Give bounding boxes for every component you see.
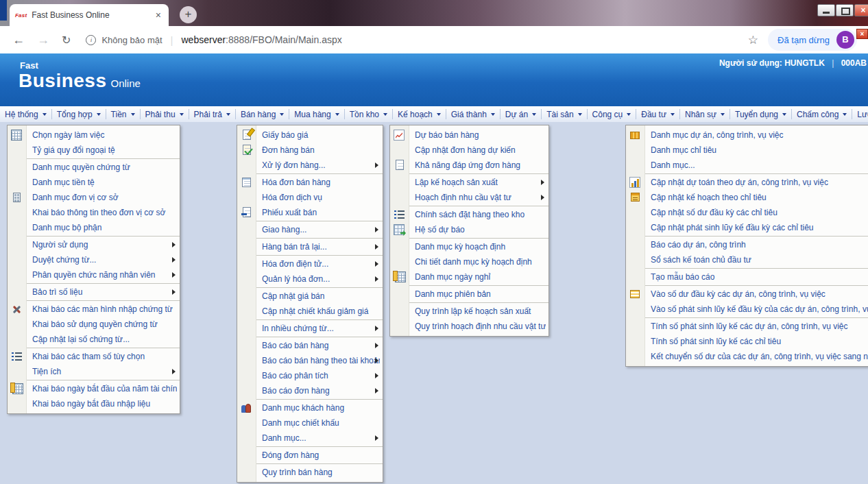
menu-item[interactable]: Danh mục khách hàng	[237, 400, 383, 415]
window-close-button[interactable]: ×	[854, 4, 868, 16]
menubar-item-gia-thanh[interactable]: Giá thành	[446, 109, 500, 119]
menu-item[interactable]: Danh mục quyền chứng từ	[8, 160, 180, 175]
menu-item[interactable]: Giấy báo giá	[237, 128, 383, 143]
menubar-item-luong[interactable]: Lương	[852, 109, 868, 119]
menu-item[interactable]: Quản lý hóa đơn...	[237, 271, 383, 287]
browser-tab[interactable]: Fast Fast Business Online ×	[10, 4, 169, 26]
tab-close-icon[interactable]: ×	[154, 10, 163, 21]
menu-item[interactable]: Tạo mẫu báo cáo	[626, 269, 868, 285]
back-icon[interactable]: ←	[12, 33, 25, 47]
menu-item[interactable]: Danh mục bộ phận	[8, 220, 180, 235]
menu-item[interactable]: Quy trình bán hàng	[237, 465, 383, 480]
menu-item[interactable]: Hoạch định nhu cầu vật tư	[390, 190, 548, 205]
menu-item[interactable]: Đóng đơn hàng	[237, 448, 383, 463]
menu-item[interactable]: Danh mục dự án, công trình, vụ việc	[626, 128, 868, 143]
menu-item[interactable]: Khai báo thông tin theo đơn vị cơ sở	[8, 205, 180, 220]
menu-item[interactable]: Duyệt chứng từ...	[8, 252, 180, 267]
menu-item[interactable]: Quy trình hoạch định nhu cầu vật tư	[390, 319, 548, 334]
menu-item[interactable]: Chọn ngày làm việc	[8, 128, 180, 143]
menu-item[interactable]: Cập nhật lại số chứng từ...	[8, 332, 180, 347]
menu-item[interactable]: Hóa đơn bán hàng	[237, 175, 383, 190]
menu-item[interactable]: Khai báo các màn hình nhập chứng từ	[8, 302, 180, 317]
window-minimize-button[interactable]	[817, 4, 835, 16]
menu-item[interactable]: Cập nhật phát sinh lũy kế đầu kỳ các chỉ…	[626, 220, 868, 235]
menubar-item-phai-tra[interactable]: Phải trả	[189, 109, 235, 119]
menu-item[interactable]: Danh mục...	[237, 431, 383, 446]
menu-item[interactable]: Hệ số dự báo	[390, 222, 548, 237]
menubar-item-nhan-su[interactable]: Nhân sự	[679, 109, 730, 119]
menu-item[interactable]: Danh mục chỉ tiêu	[626, 143, 868, 158]
new-tab-button[interactable]: +	[180, 6, 197, 23]
menu-item[interactable]: Báo cáo dự án, công trình	[626, 237, 868, 252]
sync-paused-pill[interactable]: Đã tạm dừng B	[768, 29, 857, 51]
menubar-item-he-thong[interactable]: Hệ thống	[0, 109, 51, 119]
menu-item[interactable]: Danh mục kỳ hoạch định	[390, 239, 548, 254]
edge-close-icon[interactable]: ×	[856, 29, 868, 39]
menu-item[interactable]: Danh mục...	[626, 158, 868, 173]
menu-item[interactable]: Báo cáo đơn hàng	[237, 383, 383, 398]
menu-item[interactable]: Chính sách đặt hàng theo kho	[390, 207, 548, 222]
menu-item[interactable]: Cập nhật đơn hàng dự kiến	[390, 143, 548, 158]
menu-item[interactable]: Quy trình lập kế hoạch sản xuất	[390, 304, 548, 319]
menu-item[interactable]: Cập nhật chiết khấu giảm giá	[237, 304, 383, 319]
menu-item[interactable]: Người sử dụng	[8, 237, 180, 252]
reload-icon[interactable]: ↻	[62, 34, 71, 47]
menu-item[interactable]: Kết chuyển số dư của các dự án, công trì…	[626, 349, 868, 364]
menu-item[interactable]: Phiếu xuất bán	[237, 205, 383, 220]
menubar-item-cong-cu[interactable]: Công cụ	[587, 109, 636, 119]
window-maximize-button[interactable]	[836, 4, 854, 16]
url-field[interactable]: i Không bảo mật | webserver :8888/FBO/Ma…	[86, 34, 747, 46]
menu-item[interactable]: Danh mục đơn vị cơ sở	[8, 190, 180, 205]
menu-item[interactable]: Báo cáo bán hàng theo tài khoản	[237, 353, 383, 368]
menu-item[interactable]: Báo cáo phân tích	[237, 368, 383, 383]
menu-item[interactable]: Cập nhật kế hoạch theo chỉ tiêu	[626, 190, 868, 205]
menu-item[interactable]: Tính số phát sinh lũy kế các dự án, công…	[626, 319, 868, 334]
menubar-item-tong-hop[interactable]: Tổng hợp	[51, 109, 106, 119]
menu-item[interactable]: Danh mục chiết khấu	[237, 415, 383, 431]
menu-item[interactable]: Bảo trì số liệu	[8, 285, 180, 300]
menu-item[interactable]: Khai báo các tham số tùy chọn	[8, 349, 180, 364]
menubar-item-tai-san[interactable]: Tài sản	[541, 109, 586, 119]
menubar-item-ke-hoach[interactable]: Kế hoạch	[392, 109, 446, 119]
menu-item[interactable]: Hàng bán trả lại...	[237, 239, 383, 254]
menubar-item-phai-thu[interactable]: Phải thu	[140, 109, 189, 119]
menu-item[interactable]: Lập kế hoạch sản xuất	[390, 175, 548, 190]
menubar-item-ban-hang[interactable]: Bán hàng	[235, 109, 289, 119]
menu-item[interactable]: Báo cáo bán hàng	[237, 338, 383, 353]
menu-item[interactable]: Tỷ giá quy đổi ngoại tệ	[8, 143, 180, 158]
menu-item[interactable]: Tiện ích	[8, 364, 180, 379]
menu-item[interactable]: Chi tiết danh mục kỳ hoạch định	[390, 254, 548, 269]
menubar-item-ton-kho[interactable]: Tồn kho	[344, 109, 392, 119]
menu-item[interactable]: Dự báo bán hàng	[390, 128, 548, 143]
menu-item[interactable]: Khai báo ngày bắt đầu của năm tài chính	[8, 381, 180, 396]
menu-item[interactable]: Cập nhật giá bán	[237, 289, 383, 304]
menubar-item-mua-hang[interactable]: Mua hàng	[289, 109, 343, 119]
info-icon[interactable]: i	[86, 35, 96, 45]
menu-item[interactable]: Cập nhật số dư đầu kỳ các chỉ tiêu	[626, 205, 868, 220]
menu-item[interactable]: Hóa đơn điện tử...	[237, 256, 383, 271]
menubar-item-tuyen-dung[interactable]: Tuyển dụng	[730, 109, 791, 119]
bookmark-star-icon[interactable]: ☆	[748, 33, 758, 47]
avatar[interactable]: B	[836, 31, 854, 49]
menu-item[interactable]: Danh mục tiền tệ	[8, 175, 180, 190]
menubar-item-du-an[interactable]: Dự án	[500, 109, 541, 119]
menu-item[interactable]: Vào số dư đầu kỳ các dự án, công trình, …	[626, 287, 868, 302]
menu-item[interactable]: Danh mục phiên bản	[390, 287, 548, 302]
menubar-item-cham-cong[interactable]: Chấm công	[791, 109, 852, 119]
menu-item[interactable]: Phân quyền chức năng nhân viên	[8, 267, 180, 282]
menu-item[interactable]: Khai báo ngày bắt đầu nhập liệu	[8, 396, 180, 411]
menu-item[interactable]: Khả năng đáp ứng đơn hàng	[390, 158, 548, 173]
menubar-item-dau-tu[interactable]: Đầu tư	[636, 109, 679, 119]
menu-item[interactable]: Hóa đơn dịch vụ	[237, 190, 383, 205]
menubar-item-tien[interactable]: Tiền	[106, 109, 140, 119]
menu-item[interactable]: Cập nhật dự toán theo dự án, công trình,…	[626, 175, 868, 190]
menu-item[interactable]: Vào số phát sinh lũy kế đầu kỳ của các d…	[626, 302, 868, 317]
menu-item[interactable]: Giao hàng...	[237, 222, 383, 237]
menu-item[interactable]: Sổ sách kế toán chủ đầu tư	[626, 252, 868, 267]
menu-item[interactable]: Xử lý đơn hàng...	[237, 158, 383, 173]
menu-item[interactable]: In nhiều chứng từ...	[237, 321, 383, 336]
menu-item[interactable]: Đơn hàng bán	[237, 143, 383, 158]
menu-item[interactable]: Danh mục ngày nghỉ	[390, 269, 548, 285]
menu-item[interactable]: Khai báo sử dụng quyền chứng từ	[8, 317, 180, 332]
menu-item[interactable]: Tính số phát sinh lũy kế các chỉ tiêu	[626, 334, 868, 349]
